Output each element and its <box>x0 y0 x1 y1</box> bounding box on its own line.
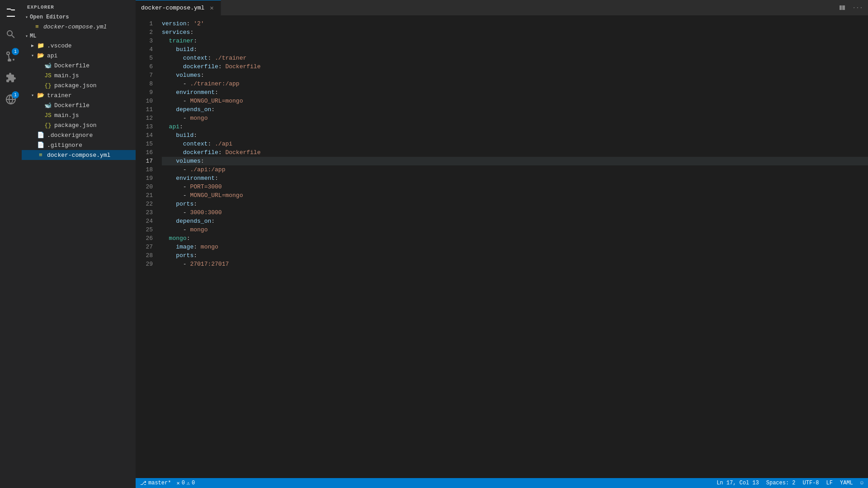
code-line-1: version: '2' <box>162 19 868 28</box>
spaces-label: Spaces: 2 <box>766 480 796 486</box>
activity-search[interactable] <box>0 23 22 45</box>
folder-icon-api: 📂 <box>36 52 45 59</box>
language-item[interactable]: YAML <box>840 480 853 486</box>
tree-dockerignore[interactable]: ▶ 📄 .dockerignore <box>22 130 136 140</box>
line-ending-label: LF <box>826 480 833 486</box>
code-line-26: mongo: <box>162 234 868 243</box>
code-line-27: image: mongo <box>162 243 868 251</box>
code-line-13: api: <box>162 122 868 131</box>
tab-docker-compose[interactable]: docker-compose.yml ✕ <box>136 0 221 16</box>
open-editors-list: ≡ docker-compose.yml <box>22 22 136 32</box>
trainer-mainjs-label: main.js <box>54 112 79 119</box>
status-right: Ln 17, Col 13 Spaces: 2 UTF-8 LF YAML ☺ <box>717 480 863 486</box>
code-line-18: - ./api:/app <box>162 165 868 174</box>
json-icon-api: {} <box>43 82 52 89</box>
tree-trainer-dockerfile[interactable]: ▶ 🐋 Dockerfile <box>22 100 136 110</box>
code-line-5: context: ./trainer <box>162 54 868 62</box>
trainer-dockerfile-icon: 🐋 <box>43 102 52 109</box>
cursor-position-item[interactable]: Ln 17, Col 13 <box>717 480 759 486</box>
vscode-arrow: ▶ <box>29 43 36 48</box>
yaml-file-icon: ≡ <box>33 23 42 30</box>
code-line-14: build: <box>162 131 868 140</box>
tree-api-dockerfile[interactable]: ▶ 🐋 Dockerfile <box>22 61 136 70</box>
code-line-4: build: <box>162 45 868 54</box>
trainer-arrow: ▾ <box>29 93 36 98</box>
ml-folder-header[interactable]: ▾ ML <box>22 32 136 41</box>
docker-compose-label: docker-compose.yml <box>47 152 110 159</box>
open-editors-header[interactable]: ▾ Open Editors <box>22 13 136 22</box>
feedback-icon-item[interactable]: ☺ <box>860 480 863 486</box>
cursor-position: Ln 17, Col 13 <box>717 480 759 486</box>
code-line-29: - 27017:27017 <box>162 260 868 268</box>
spaces-item[interactable]: Spaces: 2 <box>766 480 796 486</box>
tree-vscode[interactable]: ▶ 📁 .vscode <box>22 41 136 51</box>
code-line-21: - MONGO_URL=mongo <box>162 191 868 200</box>
code-line-2: services: <box>162 28 868 37</box>
tree-trainer-package[interactable]: ▶ {} package.json <box>22 120 136 130</box>
tree-api[interactable]: ▾ 📂 api <box>22 51 136 61</box>
main-layout: Explorer ▾ Open Editors ≡ docker-compose… <box>22 0 868 488</box>
language-label: YAML <box>840 480 853 486</box>
activity-source-control[interactable]: 1 <box>0 45 22 67</box>
open-editor-filename: docker-compose.yml <box>43 23 107 30</box>
open-editor-docker-compose[interactable]: ≡ docker-compose.yml <box>22 22 136 32</box>
more-actions-icon: ··· <box>852 5 863 11</box>
tab-label: docker-compose.yml <box>141 5 204 11</box>
error-count: 0 <box>182 480 185 486</box>
code-line-10: - MONGO_URL=mongo <box>162 97 868 105</box>
tree-gitignore[interactable]: ▶ 📄 .gitignore <box>22 140 136 150</box>
git-branch-icon: ⎇ <box>140 480 146 487</box>
code-line-12: - mongo <box>162 114 868 122</box>
remote-badge: 1 <box>12 91 19 99</box>
code-line-23: - 3000:3000 <box>162 208 868 217</box>
dockerignore-icon: 📄 <box>36 131 45 139</box>
errors-item[interactable]: ✕ 0 ⚠ 0 <box>176 480 195 487</box>
tree-trainer[interactable]: ▾ 📂 trainer <box>22 90 136 100</box>
tree-api-mainjs[interactable]: ▶ JS main.js <box>22 70 136 80</box>
code-line-25: - mongo <box>162 225 868 234</box>
code-line-28: ports: <box>162 251 868 260</box>
vscode-label: .vscode <box>47 42 72 49</box>
api-package-label: package.json <box>54 82 97 89</box>
split-editor-button[interactable] <box>835 1 849 14</box>
tree-api-package[interactable]: ▶ {} package.json <box>22 80 136 90</box>
warning-count: 0 <box>192 480 195 486</box>
api-mainjs-label: main.js <box>54 72 79 79</box>
open-editors-label: Open Editors <box>30 14 69 20</box>
status-bar: ⎇ master* ✕ 0 ⚠ 0 Ln 17, Col 13 Spaces: … <box>136 478 868 488</box>
yaml-icon-main: ≡ <box>36 152 45 159</box>
tree-trainer-mainjs[interactable]: ▶ JS main.js <box>22 110 136 120</box>
more-actions-button[interactable]: ··· <box>851 1 864 14</box>
activity-files[interactable] <box>0 2 22 23</box>
encoding-item[interactable]: UTF-8 <box>803 480 819 486</box>
open-editors-arrow: ▾ <box>25 14 28 20</box>
code-line-8: - ./trainer:/app <box>162 80 868 88</box>
code-line-7: volumes: <box>162 71 868 80</box>
js-icon: JS <box>43 72 52 79</box>
code-line-19: environment: <box>162 174 868 183</box>
code-line-24: depends_on: <box>162 217 868 225</box>
tab-bar: docker-compose.yml ✕ ··· <box>136 0 868 16</box>
git-branch-item[interactable]: ⎇ master* <box>140 480 171 487</box>
code-area[interactable]: version: '2' services: trainer: build: c… <box>158 16 868 478</box>
tab-close-button[interactable]: ✕ <box>208 5 215 12</box>
folder-icon-trainer: 📂 <box>36 92 45 99</box>
api-label: api <box>47 52 57 59</box>
trainer-dockerfile-label: Dockerfile <box>54 102 90 109</box>
activity-remote[interactable]: 1 <box>0 89 22 110</box>
folder-icon-vscode: 📁 <box>36 42 45 49</box>
gitignore-label: .gitignore <box>47 142 82 149</box>
editor-container: docker-compose.yml ✕ ··· 12345 678910 11… <box>136 0 868 488</box>
status-left: ⎇ master* ✕ 0 ⚠ 0 <box>140 480 195 487</box>
dockerfile-icon: 🐋 <box>43 62 52 69</box>
sidebar: Explorer ▾ Open Editors ≡ docker-compose… <box>22 0 136 488</box>
editor-content[interactable]: 12345 678910 1112131415 1617181920 21222… <box>136 16 868 478</box>
api-dockerfile-label: Dockerfile <box>54 62 90 69</box>
tree-docker-compose[interactable]: ▶ ≡ docker-compose.yml <box>22 150 136 160</box>
activity-extensions[interactable] <box>0 67 22 89</box>
line-ending-item[interactable]: LF <box>826 480 833 486</box>
file-tree: ▶ 📁 .vscode ▾ 📂 api ▶ 🐋 Dockerfile ▶ JS <box>22 41 136 488</box>
code-line-20: - PORT=3000 <box>162 183 868 191</box>
code-line-16: dockerfile: Dockerfile <box>162 148 868 157</box>
trainer-json-icon: {} <box>43 122 52 129</box>
